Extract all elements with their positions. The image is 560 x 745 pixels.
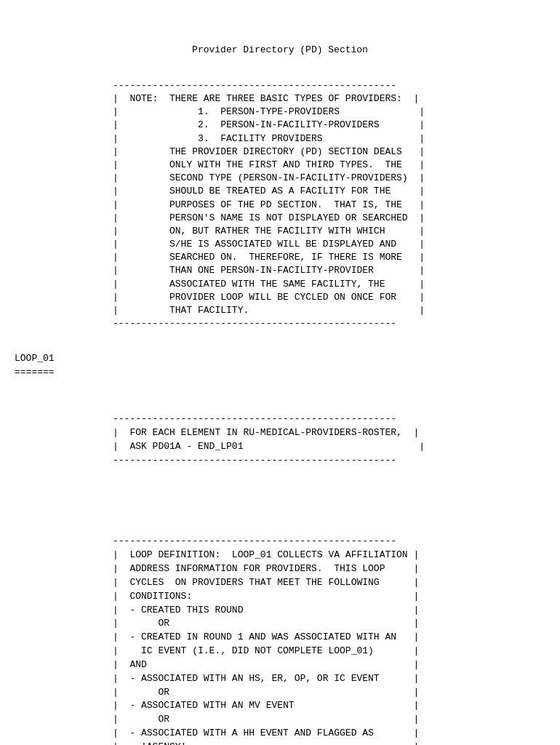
note-section: ----------------------------------------…: [113, 79, 531, 331]
loop-01-name: LOOP_01: [15, 353, 55, 364]
loop-01-box1: ----------------------------------------…: [113, 386, 531, 494]
page-title-text: Provider Directory (PD) Section: [0, 44, 560, 57]
loop-01-underline: =======: [15, 367, 55, 378]
loop-01-box1-content: ----------------------------------------…: [113, 413, 531, 467]
note-box: ----------------------------------------…: [113, 79, 531, 331]
page-title: Provider Directory (PD) Section: [0, 44, 560, 57]
loop-01-box2-content: ----------------------------------------…: [113, 535, 531, 745]
loop-label-area: LOOP_01 =======: [15, 352, 560, 378]
page-container: Provider Directory (PD) Section --------…: [0, 0, 560, 745]
loop-01-label: LOOP_01 =======: [15, 352, 560, 378]
loop-01-box2: ----------------------------------------…: [113, 509, 531, 745]
